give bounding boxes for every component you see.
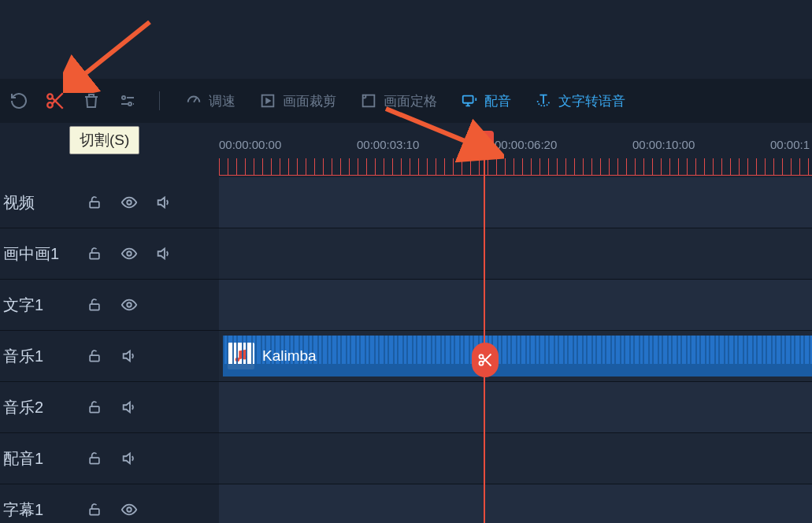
track-body[interactable] bbox=[219, 433, 812, 484]
track-label: 配音1 bbox=[3, 448, 70, 469]
track-body[interactable] bbox=[219, 382, 812, 432]
crop-icon bbox=[259, 92, 276, 109]
track-label: 音乐1 bbox=[3, 346, 70, 367]
svg-rect-11 bbox=[90, 253, 99, 259]
adjust-icon[interactable] bbox=[117, 90, 139, 112]
sound-icon[interactable] bbox=[119, 397, 139, 417]
svg-point-21 bbox=[127, 507, 132, 512]
track-label: 文字1 bbox=[3, 295, 70, 316]
track-body[interactable]: Kalimba bbox=[219, 331, 812, 381]
tts-label: 文字转语音 bbox=[558, 92, 625, 110]
track-head: 字幕1 bbox=[0, 484, 219, 523]
svg-rect-9 bbox=[90, 202, 99, 208]
eye-icon[interactable] bbox=[119, 295, 139, 315]
lock-open-icon[interactable] bbox=[84, 499, 105, 520]
svg-point-10 bbox=[127, 200, 132, 205]
scissors-icon[interactable] bbox=[44, 90, 66, 112]
track-label: 字幕1 bbox=[3, 499, 70, 521]
svg-rect-5 bbox=[363, 95, 375, 107]
svg-rect-6 bbox=[463, 96, 473, 103]
sound-icon[interactable] bbox=[119, 346, 139, 366]
trash-icon[interactable] bbox=[80, 90, 102, 112]
track-label: 画中画1 bbox=[3, 243, 70, 265]
freeze-icon bbox=[360, 92, 377, 109]
ruler-time: 00:00:10:00 bbox=[632, 138, 695, 151]
speed-button[interactable]: 调速 bbox=[180, 89, 240, 113]
tracks-panel: 视频 画中画1 文字1 音乐1 bbox=[0, 177, 812, 523]
playhead-handle[interactable] bbox=[475, 131, 494, 148]
track-row-text1: 文字1 bbox=[0, 280, 812, 331]
eye-icon[interactable] bbox=[119, 192, 139, 213]
svg-rect-13 bbox=[90, 304, 99, 310]
svg-rect-15 bbox=[90, 355, 99, 362]
eye-icon[interactable] bbox=[119, 499, 139, 520]
ruler-times: 00:00:00:00 00:00:03:10 00:00:06:20 00:0… bbox=[219, 138, 812, 158]
track-row-music1: 音乐1 Kalimba bbox=[0, 331, 812, 382]
track-head: 文字1 bbox=[0, 280, 219, 330]
audio-clip[interactable]: Kalimba bbox=[223, 336, 812, 376]
playhead[interactable] bbox=[484, 132, 485, 523]
dub-icon bbox=[461, 92, 478, 109]
sound-icon[interactable] bbox=[154, 192, 174, 213]
ruler-time: 00:00:06:20 bbox=[495, 138, 557, 151]
crop-button[interactable]: 画面裁剪 bbox=[254, 89, 341, 113]
track-head: 配音1 bbox=[0, 433, 219, 484]
speed-icon bbox=[185, 92, 202, 109]
timeline-ruler[interactable]: 00:00:00:00 00:00:03:10 00:00:06:20 00:0… bbox=[219, 138, 812, 177]
lock-open-icon[interactable] bbox=[84, 295, 105, 315]
track-row-music2: 音乐2 bbox=[0, 382, 812, 433]
tts-button[interactable]: 文字转语音 bbox=[530, 89, 630, 113]
lock-open-icon[interactable] bbox=[84, 397, 105, 417]
freeze-button[interactable]: 画面定格 bbox=[355, 89, 442, 113]
eye-icon[interactable] bbox=[119, 243, 139, 264]
track-head: 音乐2 bbox=[0, 382, 219, 432]
redo-icon[interactable] bbox=[8, 90, 30, 112]
svg-point-12 bbox=[127, 251, 132, 256]
tts-icon bbox=[535, 92, 552, 109]
track-body[interactable] bbox=[219, 280, 812, 330]
svg-rect-19 bbox=[90, 458, 99, 464]
svg-point-14 bbox=[127, 302, 132, 307]
dub-label: 配音 bbox=[484, 92, 511, 110]
crop-label: 画面裁剪 bbox=[283, 92, 336, 110]
cut-indicator-icon[interactable] bbox=[472, 343, 499, 377]
ruler-time: 00:00:03:10 bbox=[357, 138, 419, 151]
svg-point-2 bbox=[122, 96, 125, 99]
toolbar: 调速 画面裁剪 画面定格 配音 文字转语音 bbox=[0, 79, 812, 123]
ruler-time: 00:00:00:00 bbox=[219, 138, 281, 151]
svg-line-22 bbox=[79, 22, 150, 79]
toolbar-divider bbox=[159, 91, 160, 110]
lock-open-icon[interactable] bbox=[84, 192, 105, 213]
svg-rect-20 bbox=[90, 509, 99, 515]
track-head: 音乐1 bbox=[0, 331, 219, 381]
track-head: 画中画1 bbox=[0, 228, 219, 279]
track-head: 视频 bbox=[0, 177, 219, 228]
track-body[interactable] bbox=[219, 228, 812, 279]
sound-icon[interactable] bbox=[119, 448, 139, 469]
track-label: 音乐2 bbox=[3, 397, 70, 418]
dub-button[interactable]: 配音 bbox=[456, 89, 516, 113]
track-row-video: 视频 bbox=[0, 177, 812, 228]
ruler-ticks bbox=[219, 158, 812, 176]
track-label: 视频 bbox=[3, 192, 70, 213]
sound-icon[interactable] bbox=[154, 243, 174, 264]
track-body[interactable] bbox=[219, 484, 812, 523]
cut-tooltip: 切割(S) bbox=[69, 126, 139, 154]
clip-name: Kalimba bbox=[262, 347, 317, 365]
svg-point-1 bbox=[47, 102, 53, 108]
track-body[interactable] bbox=[219, 177, 812, 228]
track-row-pip1: 画中画1 bbox=[0, 228, 812, 280]
svg-point-3 bbox=[128, 102, 132, 106]
freeze-label: 画面定格 bbox=[384, 92, 437, 110]
svg-rect-18 bbox=[90, 406, 99, 413]
lock-open-icon[interactable] bbox=[84, 243, 105, 264]
lock-open-icon[interactable] bbox=[84, 448, 105, 469]
lock-open-icon[interactable] bbox=[84, 346, 105, 366]
track-row-subtitle1: 字幕1 bbox=[0, 484, 812, 523]
track-row-dub1: 配音1 bbox=[0, 433, 812, 484]
ruler-time: 00:00:1 bbox=[770, 138, 810, 151]
speed-label: 调速 bbox=[209, 92, 235, 110]
